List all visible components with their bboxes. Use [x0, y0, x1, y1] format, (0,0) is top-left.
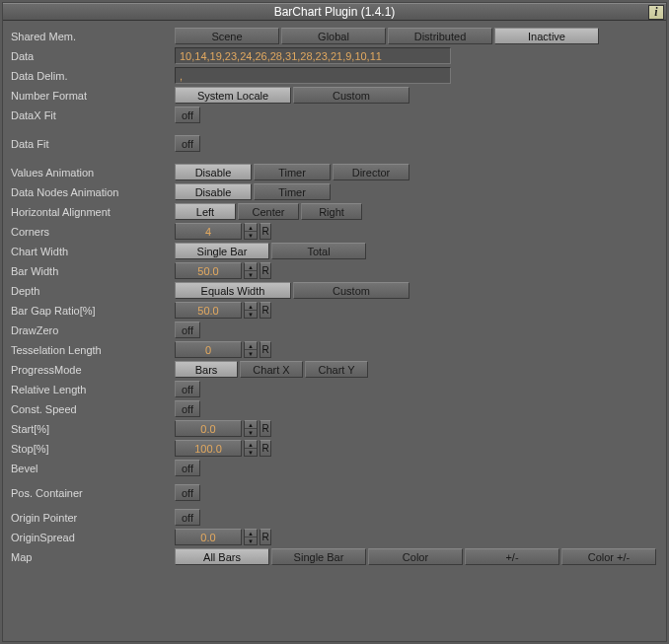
down-arrow-icon[interactable]: ▼	[245, 537, 257, 544]
label-progress: ProgressMode	[11, 364, 175, 376]
corners-reset[interactable]: R	[260, 223, 271, 240]
label-origin-ptr: Origin Pointer	[11, 512, 175, 524]
tess-spinner[interactable]: ▲▼	[244, 341, 258, 358]
down-arrow-icon[interactable]: ▼	[245, 311, 257, 318]
shared-mem-global[interactable]: Global	[281, 28, 386, 44]
label-start: Start[%]	[11, 423, 175, 435]
label-bargap: Bar Gap Ratio[%]	[11, 305, 175, 317]
chartwidth-total[interactable]: Total	[271, 243, 366, 259]
down-arrow-icon[interactable]: ▼	[245, 271, 257, 278]
map-singlebar[interactable]: Single Bar	[271, 548, 366, 565]
label-pos-container: Pos. Container	[11, 487, 175, 499]
progress-bars[interactable]: Bars	[175, 361, 238, 378]
valanim-timer[interactable]: Timer	[254, 164, 331, 180]
plugin-window: BarChart Plugin (1.4.1) i Shared Mem. Sc…	[2, 2, 667, 642]
originspread-reset[interactable]: R	[260, 529, 271, 545]
up-arrow-icon[interactable]: ▲	[245, 441, 257, 449]
tess-input[interactable]: 0	[175, 341, 242, 358]
up-arrow-icon[interactable]: ▲	[245, 303, 257, 311]
label-number-format: Number Format	[11, 90, 175, 102]
nodeanim-disable[interactable]: Disable	[175, 183, 252, 200]
titlebar: BarChart Plugin (1.4.1) i	[3, 3, 666, 21]
progress-charty[interactable]: Chart Y	[305, 361, 368, 378]
datax-fit-toggle[interactable]: off	[175, 107, 200, 123]
map-allbars[interactable]: All Bars	[175, 548, 269, 565]
label-depth: Depth	[11, 285, 175, 297]
label-stop: Stop[%]	[11, 443, 175, 455]
label-origin-spread: OriginSpread	[11, 532, 175, 543]
start-input[interactable]: 0.0	[175, 420, 242, 437]
shared-mem-distributed[interactable]: Distributed	[388, 28, 492, 44]
originspread-spinner[interactable]: ▲▼	[244, 529, 258, 545]
halign-right[interactable]: Right	[301, 203, 362, 220]
label-data: Data	[11, 50, 175, 62]
up-arrow-icon[interactable]: ▲	[245, 342, 257, 350]
halign-left[interactable]: Left	[175, 203, 236, 220]
rellen-toggle[interactable]: off	[175, 381, 200, 397]
up-arrow-icon[interactable]: ▲	[245, 421, 257, 429]
chartwidth-single[interactable]: Single Bar	[175, 243, 269, 259]
bargap-reset[interactable]: R	[260, 302, 271, 319]
bevel-toggle[interactable]: off	[175, 460, 200, 476]
shared-mem-scene[interactable]: Scene	[175, 28, 279, 44]
corners-input[interactable]: 4	[175, 223, 242, 240]
constspd-toggle[interactable]: off	[175, 400, 200, 417]
label-bar-width: Bar Width	[11, 265, 175, 277]
barwidth-spinner[interactable]: ▲▼	[244, 262, 258, 279]
up-arrow-icon[interactable]: ▲	[245, 263, 257, 271]
label-corners: Corners	[11, 226, 175, 238]
start-reset[interactable]: R	[260, 420, 271, 437]
content-panel: Shared Mem. Scene Global Distributed Ina…	[3, 21, 666, 573]
originptr-toggle[interactable]: off	[175, 509, 200, 526]
map-plusminus[interactable]: +/-	[465, 548, 559, 565]
label-tess: Tesselation Length	[11, 344, 175, 356]
label-rellen: Relative Length	[11, 384, 175, 395]
bargap-input[interactable]: 50.0	[175, 302, 242, 319]
nodeanim-timer[interactable]: Timer	[254, 183, 331, 200]
label-constspd: Const. Speed	[11, 403, 175, 415]
down-arrow-icon[interactable]: ▼	[245, 232, 257, 239]
drawzero-toggle[interactable]: off	[175, 322, 200, 338]
down-arrow-icon[interactable]: ▼	[245, 429, 257, 436]
shared-mem-inactive[interactable]: Inactive	[494, 28, 599, 44]
down-arrow-icon[interactable]: ▼	[245, 350, 257, 357]
depth-custom[interactable]: Custom	[293, 282, 409, 299]
info-button[interactable]: i	[648, 5, 664, 20]
start-spinner[interactable]: ▲▼	[244, 420, 258, 437]
label-halign: Horizontal Alignment	[11, 206, 175, 218]
label-shared-mem: Shared Mem.	[11, 31, 175, 42]
stop-reset[interactable]: R	[260, 440, 271, 457]
barwidth-reset[interactable]: R	[260, 262, 271, 279]
progress-chartx[interactable]: Chart X	[240, 361, 303, 378]
numfmt-custom[interactable]: Custom	[293, 87, 409, 104]
label-bevel: Bevel	[11, 463, 175, 474]
down-arrow-icon[interactable]: ▼	[245, 449, 257, 456]
label-map: Map	[11, 551, 175, 563]
data-input[interactable]: 10,14,19,23,24,26,28,31,28,23,21,9,10,11	[175, 47, 451, 64]
data-delim-input[interactable]: ,	[175, 67, 451, 84]
label-datax-fit: DataX Fit	[11, 109, 175, 121]
up-arrow-icon[interactable]: ▲	[245, 530, 257, 537]
depth-equals[interactable]: Equals Width	[175, 282, 291, 299]
valanim-disable[interactable]: Disable	[175, 164, 252, 180]
label-data-fit: Data Fit	[11, 138, 175, 150]
numfmt-system[interactable]: System Locale	[175, 87, 291, 104]
poscontainer-toggle[interactable]: off	[175, 484, 200, 501]
map-color[interactable]: Color	[368, 548, 463, 565]
label-values-anim: Values Animation	[11, 167, 175, 179]
tess-reset[interactable]: R	[260, 341, 271, 358]
originspread-input[interactable]: 0.0	[175, 529, 242, 545]
halign-center[interactable]: Center	[238, 203, 299, 220]
bargap-spinner[interactable]: ▲▼	[244, 302, 258, 319]
window-title: BarChart Plugin (1.4.1)	[274, 5, 396, 19]
label-nodes-anim: Data Nodes Animation	[11, 186, 175, 198]
stop-spinner[interactable]: ▲▼	[244, 440, 258, 457]
label-data-delim: Data Delim.	[11, 70, 175, 82]
valanim-director[interactable]: Director	[333, 164, 409, 180]
stop-input[interactable]: 100.0	[175, 440, 242, 457]
corners-spinner[interactable]: ▲▼	[244, 223, 258, 240]
data-fit-toggle[interactable]: off	[175, 135, 200, 152]
up-arrow-icon[interactable]: ▲	[245, 224, 257, 232]
map-colorplusminus[interactable]: Color +/-	[561, 548, 656, 565]
barwidth-input[interactable]: 50.0	[175, 262, 242, 279]
